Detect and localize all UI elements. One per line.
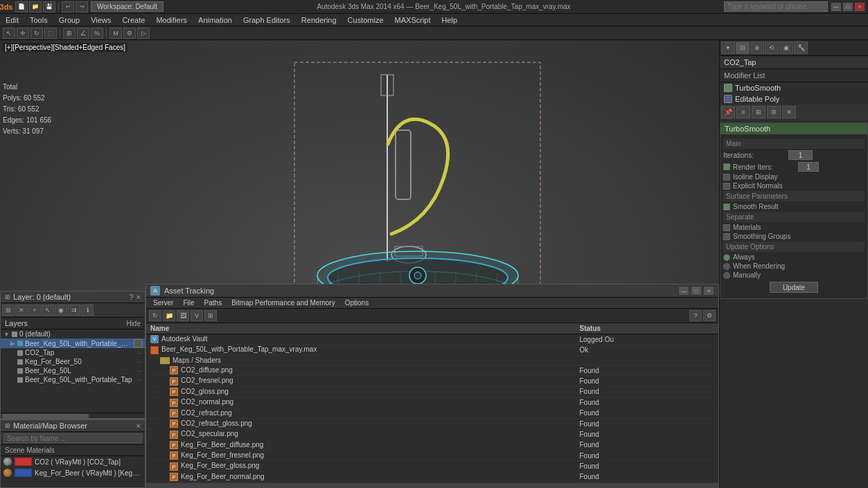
mod-show-end[interactable]: ≡	[736, 106, 750, 118]
smoothing-groups-check[interactable]	[723, 233, 730, 240]
asset-vray-button[interactable]: V	[191, 310, 203, 321]
asset-row[interactable]: Maps / Shaders	[146, 355, 718, 365]
layer-info-button[interactable]: ℹ	[81, 305, 94, 316]
asset-row[interactable]: PCO2_specular.pngFound	[146, 429, 718, 440]
materials-check[interactable]	[723, 224, 730, 231]
asset-bitmap-button[interactable]: 🖼	[177, 310, 189, 321]
col-name[interactable]: Name	[146, 323, 576, 334]
layer-item-co2tap[interactable]: CO2_Tap ···	[1, 348, 145, 357]
iterations-input[interactable]	[788, 150, 813, 160]
utilities-tab[interactable]: 🔧	[794, 42, 808, 54]
asset-row[interactable]: PKeg_For_Beer_fresnel.pngFound	[146, 450, 718, 460]
undo-button[interactable]: ↩	[62, 1, 74, 12]
menu-create[interactable]: Create	[116, 14, 150, 26]
new-button[interactable]: 📄	[15, 1, 28, 12]
mod-show-all[interactable]: ⊞	[752, 106, 765, 118]
mod-configure[interactable]: ⚙	[767, 106, 781, 118]
layer-item-beerkeg50l[interactable]: Beer_Keg_50L ···	[1, 366, 145, 375]
select-layer-button[interactable]: ◉	[55, 305, 67, 316]
asset-row[interactable]: PKeg_For_Beer_normal.pngFound	[146, 471, 718, 482]
layer-help-icon[interactable]: ?	[129, 293, 133, 301]
delete-layer-button[interactable]: ✕	[15, 305, 28, 316]
snap-button[interactable]: ⊞	[63, 28, 76, 39]
menu-graph-editors[interactable]: Graph Editors	[238, 14, 296, 26]
render-button[interactable]: ▷	[137, 28, 150, 39]
menu-maxscript[interactable]: MAXScript	[389, 14, 436, 26]
asset-minimize-button[interactable]: —	[678, 286, 689, 296]
material-search-input[interactable]	[3, 433, 142, 443]
search-input[interactable]	[724, 1, 828, 12]
menu-customize[interactable]: Customize	[342, 14, 389, 26]
select-button[interactable]: ↖	[3, 28, 15, 39]
add-to-layer-button[interactable]: +	[28, 305, 41, 316]
asset-menu-file[interactable]: File	[179, 299, 198, 307]
asset-row[interactable]: PCO2_normal.pngFound	[146, 397, 718, 408]
display-tab[interactable]: ◉	[779, 42, 793, 54]
asset-maximize-button[interactable]: □	[691, 286, 702, 296]
isoline-check[interactable]	[723, 174, 730, 181]
render-iters-check[interactable]	[723, 163, 730, 170]
create-tab[interactable]: ✦	[721, 42, 735, 54]
rotate-button[interactable]: ↻	[30, 28, 43, 39]
workspace-label[interactable]: Workspace: Default	[91, 1, 163, 12]
asset-row[interactable]: PKeg_For_Beer_gloss.pngFound	[146, 461, 718, 471]
layer-item-beerkeg[interactable]: ▶ Beer_Keg_50L_with_Portable_Tap	[1, 338, 145, 348]
hierarchy-tab[interactable]: ⊕	[750, 42, 764, 54]
smooth-result-check[interactable]	[723, 204, 730, 210]
asset-row[interactable]: PKeg_For_Beer_diffuse.pngFound	[146, 440, 718, 450]
menu-tools[interactable]: Tools	[24, 14, 53, 26]
menu-modifiers[interactable]: Modifiers	[150, 14, 193, 26]
asset-row[interactable]: PCO2_refract.pngFound	[146, 408, 718, 418]
modify-tab[interactable]: ⊟	[736, 42, 750, 54]
menu-group[interactable]: Group	[53, 14, 86, 26]
layer-visibility-icon[interactable]	[134, 339, 142, 347]
material-item-co2[interactable]: CO2 ( VRayMtl ) [CO2_Tap]	[1, 456, 145, 467]
update-button[interactable]: Update	[770, 282, 818, 293]
asset-menu-paths[interactable]: Paths	[200, 299, 227, 307]
open-button[interactable]: 📁	[29, 1, 42, 12]
material-editor-button[interactable]: M	[109, 28, 122, 39]
menu-views[interactable]: Views	[85, 14, 116, 26]
manually-radio[interactable]	[723, 272, 730, 279]
material-close-icon[interactable]: ×	[136, 422, 141, 430]
select-objects-button[interactable]: ↖	[42, 305, 54, 316]
asset-row[interactable]: PCO2_gloss.pngFound	[146, 386, 718, 397]
asset-row[interactable]: Beer_Keg_50L_with_Portable_Tap_max_vray.…	[146, 345, 718, 355]
menu-animation[interactable]: Animation	[193, 14, 238, 26]
asset-file-button[interactable]: 📁	[163, 310, 175, 321]
asset-menu-server[interactable]: Server	[149, 299, 177, 307]
layer-list[interactable]: ▼ 0 (default) ▶ Beer_Keg_50L_with_Portab…	[1, 329, 145, 413]
explicit-normals-check[interactable]	[723, 183, 730, 190]
asset-close-button[interactable]: ×	[703, 286, 714, 296]
menu-rendering[interactable]: Rendering	[296, 14, 342, 26]
maximize-button[interactable]: □	[842, 2, 853, 12]
layer-item-kegbeer50[interactable]: Keg_For_Beer_50 ···	[1, 357, 145, 366]
redo-button[interactable]: ↪	[76, 1, 88, 12]
merge-button[interactable]: ⇉	[68, 305, 80, 316]
asset-row[interactable]: PCO2_refract_gloss.pngFound	[146, 418, 718, 428]
material-item-keg[interactable]: Keg_For_Beer ( VRayMtl ) [Keg_For_Beer_5…	[1, 467, 145, 478]
scale-button[interactable]: ⬚	[44, 28, 57, 39]
modifier-turbsmooth[interactable]: TurboSmooth	[720, 82, 868, 93]
modifier-editablepoly[interactable]: Editable Poly	[720, 93, 868, 105]
angle-snap-button[interactable]: ∠	[77, 28, 89, 39]
layer-close-icon[interactable]: ×	[136, 293, 141, 301]
layer-item-beerkeg50ltap[interactable]: Beer_Keg_50L_with_Portable_Tap ···	[1, 375, 145, 384]
close-button[interactable]: ×	[854, 2, 865, 12]
mod-delete[interactable]: ✕	[782, 106, 796, 118]
menu-help[interactable]: Help	[436, 14, 463, 26]
asset-row[interactable]: VAutodesk VaultLogged Ou	[146, 334, 718, 345]
asset-refresh-button[interactable]: ↻	[149, 310, 161, 321]
asset-menu-bitmap[interactable]: Bitmap Performance and Memory	[227, 299, 339, 307]
asset-table-area[interactable]: Name Status VAutodesk VaultLogged OuBeer…	[146, 323, 718, 482]
render-iters-input[interactable]	[798, 162, 819, 172]
menu-edit[interactable]: Edit	[0, 14, 24, 26]
asset-settings-button[interactable]: ⚙	[703, 310, 716, 321]
asset-row[interactable]: PCO2_diffuse.pngFound	[146, 365, 718, 376]
new-layer-button[interactable]: ⊞	[2, 305, 15, 316]
motion-tab[interactable]: ⟲	[765, 42, 779, 54]
move-button[interactable]: ✛	[17, 28, 29, 39]
pin-button[interactable]: 📌	[721, 106, 735, 118]
modifier-list-label[interactable]: Modifier List	[720, 69, 868, 82]
percent-snap-button[interactable]: %	[91, 28, 103, 39]
